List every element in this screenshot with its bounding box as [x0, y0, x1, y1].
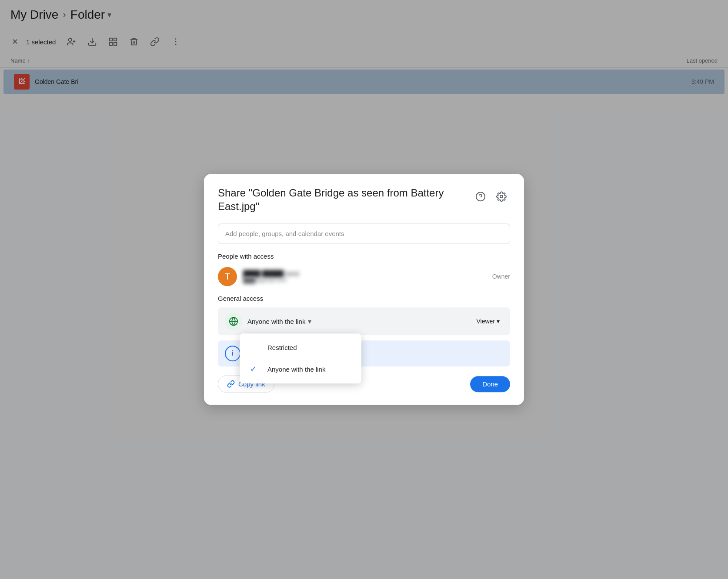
info-icon: i — [225, 346, 240, 362]
access-type-select[interactable]: Anyone with the link ▾ — [247, 317, 473, 326]
owner-name: ████ █████ (you) — [243, 270, 492, 277]
done-button[interactable]: Done — [470, 376, 510, 392]
dropdown-anyone-item[interactable]: ✓ Anyone with the link — [240, 359, 361, 380]
svg-point-13 — [500, 195, 503, 198]
general-access-row: Anyone with the link ▾ Viewer ▾ Restrict… — [218, 308, 510, 336]
anyone-check: ✓ — [250, 365, 260, 374]
owner-row: T ████ █████ (you) ███@gmail.com Owner — [218, 267, 510, 286]
access-icon — [225, 313, 242, 330]
restricted-label: Restricted — [267, 344, 297, 352]
owner-email: ███@gmail.com — [243, 277, 492, 283]
viewer-select-button[interactable]: Viewer ▾ — [473, 316, 503, 327]
modal-title: Share "Golden Gate Bridge as seen from B… — [218, 186, 461, 213]
share-modal: Share "Golden Gate Bridge as seen from B… — [204, 174, 524, 405]
help-button[interactable] — [472, 188, 489, 205]
modal-header: Share "Golden Gate Bridge as seen from B… — [218, 186, 510, 213]
access-dropdown-menu: Restricted ✓ Anyone with the link — [240, 334, 361, 384]
access-type-label: Anyone with the link — [247, 318, 305, 325]
owner-info: ████ █████ (you) ███@gmail.com — [243, 270, 492, 283]
owner-avatar: T — [218, 267, 237, 286]
dropdown-restricted-item[interactable]: Restricted — [240, 337, 361, 359]
general-access-label: General access — [218, 295, 510, 303]
share-input[interactable] — [218, 224, 510, 244]
access-dropdown-arrow: ▾ — [308, 317, 311, 326]
people-section-label: People with access — [218, 253, 510, 260]
settings-button[interactable] — [493, 188, 510, 205]
anyone-label: Anyone with the link — [267, 366, 325, 373]
modal-action-icons — [472, 186, 510, 205]
restricted-check — [250, 343, 260, 353]
owner-role: Owner — [492, 273, 510, 280]
